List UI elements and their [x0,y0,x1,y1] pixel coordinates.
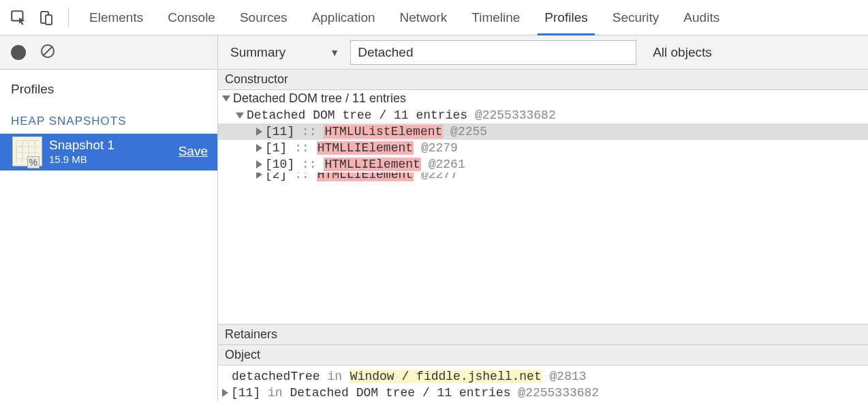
tab-profiles[interactable]: Profiles [532,0,600,35]
tab-elements[interactable]: Elements [77,0,155,35]
snapshot-icon: % [12,136,42,166]
tab-application[interactable]: Application [300,0,388,35]
snapshot-name: Snapshot 1 [49,137,172,153]
tree-root-row[interactable]: Detached DOM tree / 11 entries [218,90,868,107]
child-ref: @2277 [421,173,458,181]
child-element: HTMLLIElement [317,173,414,181]
tree-group-row[interactable]: Detached DOM tree / 11 entries @22553336… [218,107,868,123]
snapshot-save-link[interactable]: Save [179,144,208,159]
view-select-label: Summary [230,45,285,60]
retainer-count: [11] [231,386,260,400]
tree-child-row[interactable]: [10] :: HTMLLIElement @2261 [218,156,868,173]
tab-security[interactable]: Security [600,0,672,35]
child-element: HTMLUListElement [324,125,443,138]
disclosure-icon[interactable] [222,389,228,397]
tree-child-row[interactable]: [11] :: HTMLUListElement @2255 [218,123,868,140]
retainer-row[interactable]: [11] in Detached DOM tree / 11 entries @… [218,385,868,401]
retainer-var: detachedTree [232,370,320,383]
constructor-tree: Detached DOM tree / 11 entries Detached … [218,90,868,324]
retainers-body: detachedTree in Window / fiddle.jshell.n… [218,366,868,401]
devtools-tabs: Elements Console Sources Application Net… [77,0,732,35]
retainer-row[interactable]: detachedTree in Window / fiddle.jshell.n… [218,368,868,385]
tab-sources[interactable]: Sources [228,0,300,35]
content: Constructor Detached DOM tree / 11 entri… [218,70,868,401]
main-area: Profiles HEAP SNAPSHOTS % Snapshot 1 15.… [0,70,868,401]
chevron-down-icon: ▼ [330,47,339,58]
retainer-scope: Window / fiddle.jshell.net [350,370,542,383]
view-select[interactable]: Summary ▼ [228,45,342,60]
constructor-header[interactable]: Constructor [218,70,868,90]
tree-child-row-cutoff: [2] :: HTMLLIElement @2277 [218,173,868,183]
clear-button[interactable] [40,43,56,61]
scope-select-label: All objects [653,45,712,60]
disclosure-icon[interactable] [256,144,262,152]
retainer-in: in [327,370,342,383]
toolbar-divider [68,8,69,27]
svg-line-4 [43,46,52,56]
child-count: [2] [265,173,287,181]
disclosure-icon[interactable] [222,95,230,102]
retainer-in: in [268,386,283,400]
child-element: HTMLLIElement [324,158,420,171]
tab-network[interactable]: Network [388,0,460,35]
child-sep: :: [302,158,317,171]
retainer-ref: @2255333682 [518,386,599,400]
sidebar-category: HEAP SNAPSHOTS [0,104,217,134]
disclosure-icon[interactable] [256,128,262,136]
svg-rect-2 [46,15,52,25]
snapshot-size: 15.9 MB [49,153,172,166]
child-sep: :: [294,141,309,155]
filter-input[interactable] [350,40,636,65]
tree-child-row[interactable]: [1] :: HTMLLIElement @2279 [218,140,868,156]
subtoolbar-right: Summary ▼ All objects [218,35,712,69]
child-sep: :: [302,125,317,138]
scope-select[interactable]: All objects [645,45,712,60]
profiles-subtoolbar: Summary ▼ All objects [0,35,868,70]
retainer-scope: Detached DOM tree / 11 entries [290,386,510,400]
tab-timeline[interactable]: Timeline [459,0,532,35]
snapshot-item[interactable]: % Snapshot 1 15.9 MB Save [0,134,217,170]
disclosure-icon[interactable] [236,113,244,119]
child-count: [11] [265,125,294,138]
disclosure-icon[interactable] [256,160,262,168]
record-button[interactable] [11,45,26,60]
retainers-header[interactable]: Retainers [218,324,868,345]
child-ref: @2279 [421,141,458,155]
sidebar: Profiles HEAP SNAPSHOTS % Snapshot 1 15.… [0,70,218,401]
retainer-ref: @2813 [550,370,587,383]
snapshot-text: Snapshot 1 15.9 MB [49,137,172,166]
child-sep: :: [294,173,309,181]
child-ref: @2261 [429,158,465,171]
tab-audits[interactable]: Audits [671,0,732,35]
subtoolbar-left [0,35,218,69]
object-header[interactable]: Object [218,345,868,366]
devtools-toolbar: Elements Console Sources Application Net… [0,0,868,35]
sidebar-title: Profiles [0,70,217,104]
tab-console[interactable]: Console [155,0,228,35]
child-ref: @2255 [450,125,487,138]
child-count: [10] [265,158,294,171]
disclosure-icon [256,173,262,179]
tree-group-ref: @2255333682 [475,108,556,122]
tree-group-label: Detached DOM tree / 11 entries [247,108,467,122]
device-mode-icon[interactable] [33,4,60,31]
child-element: HTMLLIElement [317,141,414,155]
tree-root-label: Detached DOM tree / 11 entries [233,91,406,106]
child-count: [1] [265,141,287,155]
inspect-icon[interactable] [5,4,33,31]
